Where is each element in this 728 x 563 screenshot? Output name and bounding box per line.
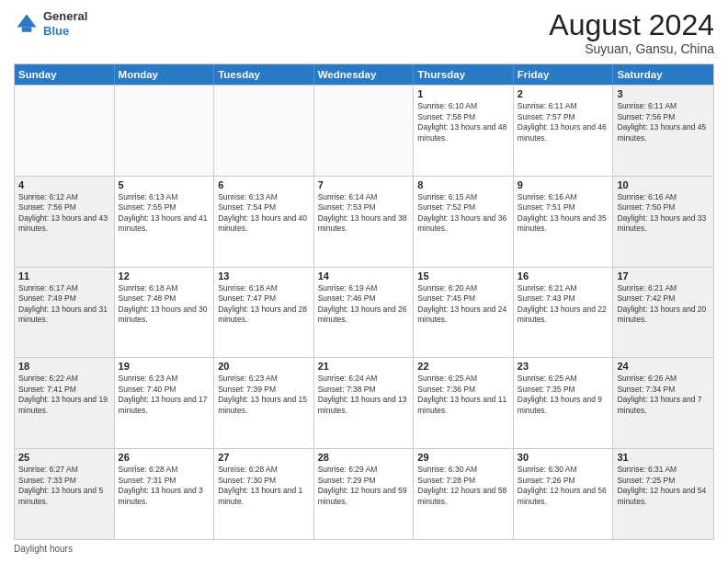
day-info: Sunrise: 6:23 AM Sunset: 7:40 PM Dayligh… [119, 373, 210, 416]
calendar-header-monday: Monday [115, 64, 215, 85]
day-number: 24 [617, 361, 710, 372]
calendar-cell-w1-d3 [214, 86, 314, 176]
day-number: 25 [18, 452, 110, 463]
day-info: Sunrise: 6:22 AM Sunset: 7:41 PM Dayligh… [18, 373, 110, 416]
calendar-subtitle: Suyuan, Gansu, China [549, 41, 714, 56]
day-info: Sunrise: 6:13 AM Sunset: 7:55 PM Dayligh… [119, 192, 210, 235]
calendar-header-row: SundayMondayTuesdayWednesdayThursdayFrid… [15, 64, 713, 85]
calendar-cell-w4-d7: 24Sunrise: 6:26 AM Sunset: 7:34 PM Dayli… [613, 358, 713, 448]
day-number: 9 [518, 179, 609, 190]
day-number: 14 [318, 270, 410, 282]
calendar-cell-w4-d3: 20Sunrise: 6:23 AM Sunset: 7:39 PM Dayli… [214, 358, 314, 448]
day-number: 20 [218, 361, 310, 372]
calendar-cell-w5-d3: 27Sunrise: 6:28 AM Sunset: 7:30 PM Dayli… [214, 449, 314, 539]
day-number: 29 [417, 452, 509, 463]
day-number: 1 [417, 88, 509, 99]
calendar-cell-w4-d5: 22Sunrise: 6:25 AM Sunset: 7:36 PM Dayli… [414, 358, 514, 448]
calendar-header-sunday: Sunday [15, 64, 115, 85]
calendar-header-tuesday: Tuesday [214, 64, 314, 85]
day-info: Sunrise: 6:15 AM Sunset: 7:52 PM Dayligh… [417, 192, 509, 235]
calendar-cell-w3-d3: 13Sunrise: 6:18 AM Sunset: 7:47 PM Dayli… [214, 268, 314, 358]
calendar: SundayMondayTuesdayWednesdayThursdayFrid… [14, 63, 714, 540]
day-info: Sunrise: 6:25 AM Sunset: 7:35 PM Dayligh… [518, 373, 609, 416]
day-info: Sunrise: 6:10 AM Sunset: 7:58 PM Dayligh… [417, 101, 509, 144]
calendar-header-thursday: Thursday [414, 64, 514, 85]
calendar-cell-w5-d4: 28Sunrise: 6:29 AM Sunset: 7:29 PM Dayli… [314, 449, 415, 539]
day-number: 16 [518, 270, 609, 282]
day-info: Sunrise: 6:30 AM Sunset: 7:26 PM Dayligh… [518, 465, 609, 507]
day-info: Sunrise: 6:31 AM Sunset: 7:25 PM Dayligh… [617, 465, 710, 507]
logo-general: General [43, 9, 87, 24]
day-info: Sunrise: 6:18 AM Sunset: 7:47 PM Dayligh… [218, 283, 310, 326]
day-info: Sunrise: 6:16 AM Sunset: 7:50 PM Dayligh… [617, 192, 710, 235]
calendar-header-saturday: Saturday [613, 64, 713, 85]
day-info: Sunrise: 6:28 AM Sunset: 7:30 PM Dayligh… [218, 465, 310, 507]
calendar-cell-w3-d2: 12Sunrise: 6:18 AM Sunset: 7:48 PM Dayli… [115, 268, 215, 358]
calendar-cell-w5-d7: 31Sunrise: 6:31 AM Sunset: 7:25 PM Dayli… [613, 449, 713, 539]
calendar-cell-w2-d7: 10Sunrise: 6:16 AM Sunset: 7:50 PM Dayli… [613, 177, 713, 267]
day-info: Sunrise: 6:24 AM Sunset: 7:38 PM Dayligh… [318, 373, 410, 416]
day-info: Sunrise: 6:25 AM Sunset: 7:36 PM Dayligh… [417, 373, 509, 416]
day-number: 3 [617, 88, 710, 99]
logo-text: General Blue [43, 9, 87, 38]
day-info: Sunrise: 6:11 AM Sunset: 7:56 PM Dayligh… [617, 101, 710, 144]
logo-icon [14, 11, 40, 37]
day-info: Sunrise: 6:29 AM Sunset: 7:29 PM Dayligh… [318, 465, 410, 507]
day-number: 11 [18, 270, 110, 282]
day-number: 15 [417, 270, 509, 282]
day-number: 6 [218, 179, 310, 190]
svg-marker-0 [17, 14, 37, 27]
day-info: Sunrise: 6:17 AM Sunset: 7:49 PM Dayligh… [18, 283, 110, 326]
calendar-cell-w1-d1 [15, 86, 115, 176]
calendar-week-4: 18Sunrise: 6:22 AM Sunset: 7:41 PM Dayli… [15, 357, 713, 448]
calendar-week-2: 4Sunrise: 6:12 AM Sunset: 7:56 PM Daylig… [15, 176, 713, 267]
svg-rect-1 [22, 27, 32, 31]
calendar-cell-w1-d4 [314, 86, 415, 176]
calendar-cell-w5-d2: 26Sunrise: 6:28 AM Sunset: 7:31 PM Dayli… [115, 449, 215, 539]
day-info: Sunrise: 6:23 AM Sunset: 7:39 PM Dayligh… [218, 373, 310, 416]
page: General Blue August 2024 Suyuan, Gansu, … [0, 0, 728, 563]
calendar-cell-w2-d4: 7Sunrise: 6:14 AM Sunset: 7:53 PM Daylig… [314, 177, 415, 267]
calendar-cell-w5-d1: 25Sunrise: 6:27 AM Sunset: 7:33 PM Dayli… [15, 449, 115, 539]
calendar-body: 1Sunrise: 6:10 AM Sunset: 7:58 PM Daylig… [15, 85, 713, 539]
footer: Daylight hours [14, 544, 714, 554]
day-number: 10 [617, 179, 710, 190]
day-number: 13 [218, 270, 310, 282]
calendar-week-3: 11Sunrise: 6:17 AM Sunset: 7:49 PM Dayli… [15, 267, 713, 358]
day-info: Sunrise: 6:14 AM Sunset: 7:53 PM Dayligh… [318, 192, 410, 235]
calendar-cell-w5-d6: 30Sunrise: 6:30 AM Sunset: 7:26 PM Dayli… [514, 449, 614, 539]
daylight-label: Daylight hours [14, 544, 73, 554]
day-number: 4 [18, 179, 110, 190]
calendar-cell-w1-d6: 2Sunrise: 6:11 AM Sunset: 7:57 PM Daylig… [514, 86, 614, 176]
day-info: Sunrise: 6:13 AM Sunset: 7:54 PM Dayligh… [218, 192, 310, 235]
day-info: Sunrise: 6:19 AM Sunset: 7:46 PM Dayligh… [318, 283, 410, 326]
day-number: 7 [318, 179, 410, 190]
calendar-cell-w4-d1: 18Sunrise: 6:22 AM Sunset: 7:41 PM Dayli… [15, 358, 115, 448]
day-number: 27 [218, 452, 310, 463]
calendar-cell-w3-d4: 14Sunrise: 6:19 AM Sunset: 7:46 PM Dayli… [314, 268, 415, 358]
calendar-cell-w4-d6: 23Sunrise: 6:25 AM Sunset: 7:35 PM Dayli… [514, 358, 614, 448]
calendar-week-1: 1Sunrise: 6:10 AM Sunset: 7:58 PM Daylig… [15, 85, 713, 176]
day-info: Sunrise: 6:21 AM Sunset: 7:42 PM Dayligh… [617, 283, 710, 326]
day-info: Sunrise: 6:26 AM Sunset: 7:34 PM Dayligh… [617, 373, 710, 416]
day-number: 26 [119, 452, 210, 463]
day-info: Sunrise: 6:18 AM Sunset: 7:48 PM Dayligh… [119, 283, 210, 326]
logo: General Blue [14, 9, 87, 38]
day-info: Sunrise: 6:16 AM Sunset: 7:51 PM Dayligh… [518, 192, 609, 235]
day-number: 21 [318, 361, 410, 372]
calendar-cell-w1-d7: 3Sunrise: 6:11 AM Sunset: 7:56 PM Daylig… [613, 86, 713, 176]
calendar-cell-w4-d4: 21Sunrise: 6:24 AM Sunset: 7:38 PM Dayli… [314, 358, 415, 448]
logo-blue: Blue [43, 24, 87, 39]
day-number: 23 [518, 361, 609, 372]
calendar-cell-w4-d2: 19Sunrise: 6:23 AM Sunset: 7:40 PM Dayli… [115, 358, 215, 448]
day-number: 8 [417, 179, 509, 190]
calendar-cell-w3-d6: 16Sunrise: 6:21 AM Sunset: 7:43 PM Dayli… [514, 268, 614, 358]
calendar-cell-w3-d1: 11Sunrise: 6:17 AM Sunset: 7:49 PM Dayli… [15, 268, 115, 358]
calendar-cell-w5-d5: 29Sunrise: 6:30 AM Sunset: 7:28 PM Dayli… [414, 449, 514, 539]
day-info: Sunrise: 6:12 AM Sunset: 7:56 PM Dayligh… [18, 192, 110, 235]
calendar-title: August 2024 [549, 9, 714, 41]
day-number: 2 [518, 88, 609, 99]
header: General Blue August 2024 Suyuan, Gansu, … [14, 9, 714, 56]
day-number: 12 [119, 270, 210, 282]
calendar-header-friday: Friday [514, 64, 614, 85]
